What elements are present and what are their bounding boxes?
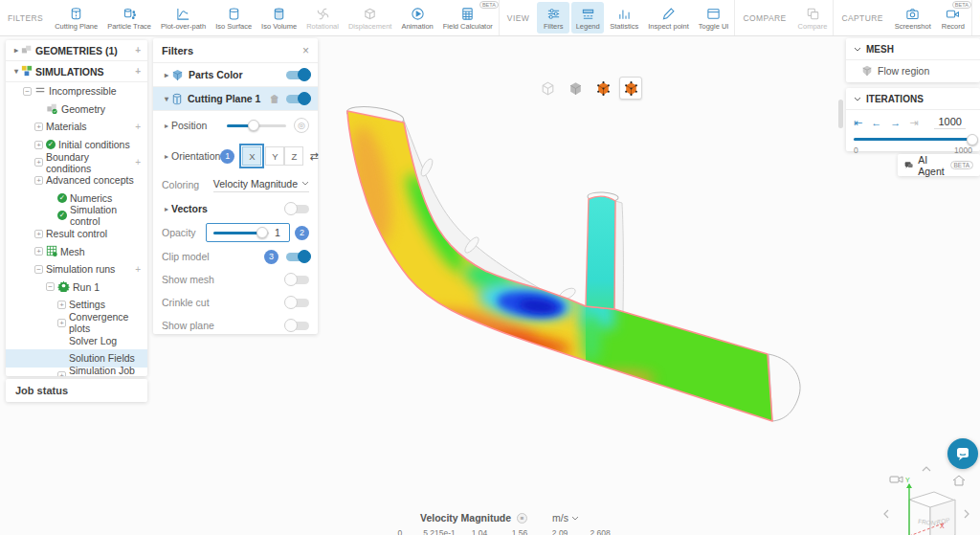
tree-item-run-1[interactable]: −Run 1 [6, 279, 147, 297]
mesh-flow-region-item[interactable]: Flow region [846, 60, 980, 81]
add-icon[interactable]: + [132, 122, 144, 132]
particle-trace-icon [122, 7, 137, 21]
tree-item-solver-log[interactable]: Solver Log [6, 331, 147, 349]
record-button[interactable]: RecordBETA [937, 2, 969, 33]
previous-iteration-button[interactable]: ← [871, 117, 881, 128]
parts-color-toggle[interactable] [286, 71, 309, 79]
next-iteration-button[interactable]: → [890, 117, 901, 128]
trash-icon[interactable]: 🗑 [270, 94, 279, 104]
toolbar-group-compare: COMPARECompare [735, 0, 834, 35]
displacement-button[interactable]: Displacement [345, 2, 395, 33]
cutting-plane-button[interactable]: Cutting Plane [51, 2, 101, 33]
job-status-bar[interactable]: Job status [6, 379, 147, 402]
tree-item-materials[interactable]: +Materials+ [6, 118, 147, 136]
inspect-point-button[interactable]: Inspect point [644, 2, 693, 33]
expand-icon[interactable]: + [34, 247, 43, 256]
animation-button[interactable]: Animation [397, 2, 436, 33]
rotational-button[interactable]: Rotational [302, 2, 343, 33]
chevron-down-icon[interactable]: ▾ [11, 67, 21, 76]
parts-color-row[interactable]: ▸ Parts Color [153, 63, 318, 87]
toolbar-item-label: Inspect point [648, 22, 689, 31]
iso-surface-button[interactable]: Iso Surface [212, 2, 256, 33]
iteration-value[interactable]: 1000 [934, 116, 965, 129]
navigation-cube[interactable]: FRONT TOP Y Z X [880, 463, 972, 535]
legend-button[interactable]: Legend [571, 2, 604, 33]
render-mode-solid-button[interactable] [564, 77, 587, 100]
show-plane-toggle[interactable] [286, 322, 309, 330]
crinkle-cut-toggle[interactable] [286, 299, 309, 307]
panel-collapse-handle[interactable] [838, 100, 843, 128]
tree-item-convergence-plots[interactable]: +Convergence plots [6, 314, 147, 332]
ai-agent-button[interactable]: AI Agent BETA [898, 154, 980, 176]
tree-item-simulations[interactable]: ▾SIMULATIONS+ [6, 61, 147, 82]
tree-item-geometry[interactable]: Geometry [6, 100, 147, 119]
position-slider[interactable] [227, 124, 286, 127]
toggle-ui-button[interactable]: Toggle UI [695, 2, 733, 33]
position-target-icon[interactable]: ◎ [294, 118, 309, 133]
expand-icon[interactable]: + [34, 141, 43, 149]
screenshot-button[interactable]: Screenshot [891, 2, 935, 33]
opacity-control[interactable]: 1 [206, 223, 290, 242]
chevron-down-icon [301, 181, 309, 186]
rotate-up-chevron [923, 467, 930, 471]
last-iteration-button[interactable]: ⇥ [909, 117, 918, 129]
render-mode-surfaces-button[interactable] [591, 77, 614, 100]
tree-item-simulation-runs[interactable]: −Simulation runs+ [6, 260, 147, 279]
add-icon[interactable]: + [132, 66, 144, 77]
close-icon[interactable]: × [302, 44, 309, 57]
mesh-region-icon [861, 65, 873, 77]
cutting-plane-row[interactable]: ▾ Cutting Plane 1 🗑 [153, 87, 318, 111]
expand-icon[interactable]: + [34, 176, 43, 185]
orientation-x-button[interactable]: X [242, 146, 261, 166]
coloring-dropdown[interactable]: Velocity Magnitude [213, 178, 309, 192]
tree-item-geometries-1-[interactable]: ▸GEOMETRIES (1)+ [6, 40, 147, 61]
toolbar-item-label: Legend [576, 22, 600, 31]
expand-icon[interactable]: + [34, 158, 43, 167]
expand-icon[interactable]: + [57, 301, 66, 309]
chat-support-button[interactable] [947, 438, 978, 469]
statistics-button[interactable]: Statistics [606, 2, 642, 33]
collapse-icon[interactable]: − [23, 87, 32, 96]
render-mode-wireframe-button[interactable] [536, 77, 559, 100]
clip-model-toggle[interactable] [286, 253, 309, 261]
render-mode-edges-button[interactable] [619, 77, 642, 100]
add-icon[interactable]: + [132, 45, 144, 56]
expand-icon[interactable]: + [57, 371, 66, 376]
iso-volume-button[interactable]: Iso Volume [257, 2, 301, 33]
legend-unit-dropdown[interactable]: m/s [552, 512, 579, 524]
tree-item-mesh[interactable]: +Mesh [6, 242, 147, 260]
add-icon[interactable]: + [132, 264, 144, 275]
field-calculator-button[interactable]: Field CalculatorBETA [439, 2, 497, 33]
filters-button[interactable]: Filters [537, 2, 569, 33]
legend-settings-icon[interactable]: ■ [517, 513, 527, 524]
crinkle-cut-row: Crinkle cut [153, 291, 318, 314]
tree-item-advanced-concepts[interactable]: +Advanced concepts [6, 171, 147, 189]
particle-trace-button[interactable]: Particle Trace [103, 2, 155, 33]
collapse-icon[interactable]: − [34, 265, 43, 274]
first-iteration-button[interactable]: ⇤ [854, 117, 862, 129]
add-icon[interactable]: + [132, 157, 144, 167]
orientation-y-button[interactable]: Y [265, 146, 284, 166]
expand-icon[interactable]: + [57, 319, 66, 327]
orientation-z-button[interactable]: Z [284, 146, 303, 166]
toolbar-item-label: Compare [798, 22, 828, 31]
compare-button[interactable]: Compare [794, 2, 832, 33]
plot-over-path-button[interactable]: Plot-over-path [157, 2, 210, 33]
flip-orientation-icon[interactable]: ⇄ [309, 150, 318, 163]
tree-item-incompressible[interactable]: −Incompressible [6, 82, 147, 100]
expand-icon[interactable]: + [34, 123, 43, 131]
tree-item-simulation-job-info[interactable]: +Simulation Job Info [6, 368, 147, 377]
chevron-right-icon[interactable]: ▸ [11, 46, 21, 55]
tree-item-result-control[interactable]: +Result control [6, 225, 147, 243]
toolbar-item-label: Toggle UI [699, 22, 729, 31]
tree-item-simulation-control[interactable]: ✓Simulation control [6, 207, 147, 225]
collapse-icon[interactable]: − [46, 282, 55, 291]
tree-item-boundary-conditions[interactable]: +Boundary conditions+ [6, 153, 147, 171]
render-mode-bar [536, 77, 642, 100]
vectors-toggle[interactable] [286, 205, 309, 213]
expand-icon[interactable]: + [34, 230, 43, 238]
cutting-plane-toggle[interactable] [286, 95, 309, 103]
check-icon: ✓ [57, 193, 67, 203]
show-mesh-toggle[interactable] [286, 276, 309, 284]
iteration-slider[interactable] [854, 138, 972, 141]
